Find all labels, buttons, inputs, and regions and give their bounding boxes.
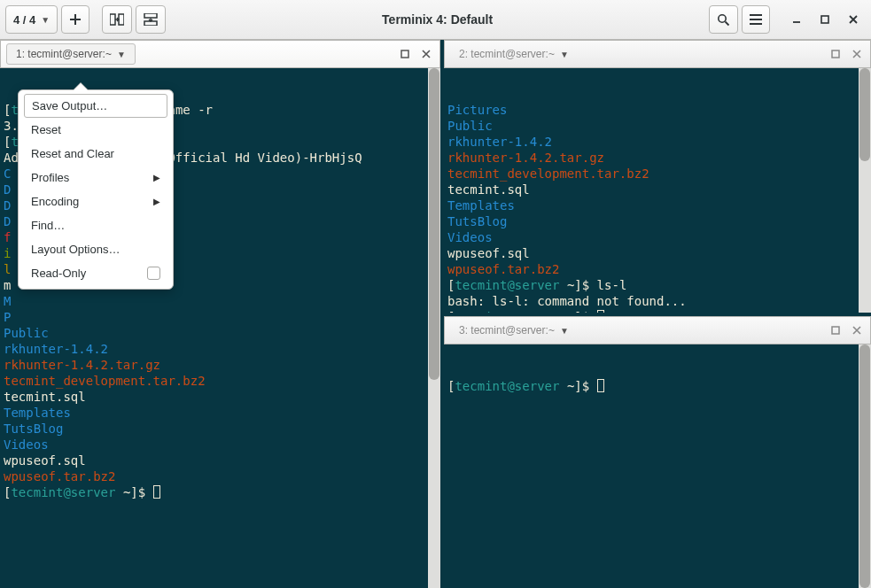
- pane-right-top-tab-label: 2: tecmint@server:~: [459, 48, 555, 60]
- terminal-context-menu: Save Output… Reset Reset and Clear Profi…: [18, 89, 174, 290]
- scrollbar-thumb[interactable]: [859, 68, 870, 161]
- pane-right-bottom: 3: tecmint@server:~ ▼ [tecmint@server ~]…: [444, 316, 871, 588]
- svg-rect-7: [832, 50, 839, 58]
- menu-reset-label: Reset: [31, 123, 61, 136]
- titlebar: 4 / 4 ▼ Terminix 4: Default: [0, 0, 871, 40]
- pane-right-top-close-icon[interactable]: [849, 46, 865, 62]
- chevron-down-icon: ▼: [560, 50, 569, 59]
- menu-find-label: Find…: [31, 219, 65, 232]
- menu-read-only[interactable]: Read-Only: [19, 261, 173, 285]
- terminal-right-bottom[interactable]: [tecmint@server ~]$: [444, 344, 871, 588]
- window-title: Terminix 4: Default: [169, 12, 705, 27]
- checkbox-icon[interactable]: [147, 267, 160, 280]
- svg-rect-6: [401, 50, 408, 58]
- add-tab-button[interactable]: [61, 5, 89, 34]
- menu-readonly-label: Read-Only: [31, 267, 86, 280]
- chevron-down-icon: ▼: [41, 15, 50, 25]
- svg-rect-2: [144, 13, 157, 18]
- menu-profiles[interactable]: Profiles ▶: [19, 166, 173, 190]
- menu-profiles-label: Profiles: [31, 171, 69, 184]
- pane-right-top: 2: tecmint@server:~ ▼ Pictures Public rk…: [444, 40, 871, 313]
- pane-left-tab-label: 1: tecmint@server:~: [16, 48, 112, 60]
- split-down-button[interactable]: [136, 5, 166, 34]
- chevron-right-icon: ▶: [153, 173, 160, 182]
- pane-right-bottom-close-icon[interactable]: [849, 322, 865, 338]
- chevron-down-icon: ▼: [560, 326, 569, 336]
- terminal-right-top-content: Pictures Public rkhunter-1.4.2 rkhunter-…: [447, 102, 867, 313]
- scrollbar-thumb[interactable]: [429, 68, 439, 380]
- svg-point-4: [719, 14, 726, 21]
- tab-counter-text: 4 / 4: [13, 13, 35, 27]
- terminal-right-top[interactable]: Pictures Public rkhunter-1.4.2 rkhunter-…: [444, 68, 871, 313]
- menu-reset[interactable]: Reset: [19, 118, 173, 142]
- search-button[interactable]: [709, 5, 738, 34]
- menu-layout-label: Layout Options…: [31, 243, 120, 256]
- tab-counter-dropdown[interactable]: 4 / 4 ▼: [5, 5, 58, 34]
- scrollbar-thumb[interactable]: [859, 344, 870, 588]
- pane-right-top-maximize-icon[interactable]: [828, 46, 844, 62]
- scrollbar[interactable]: [428, 68, 440, 588]
- scrollbar[interactable]: [859, 344, 871, 588]
- menu-save-output-label: Save Output…: [32, 99, 107, 112]
- minimize-button[interactable]: [784, 7, 809, 32]
- menu-find[interactable]: Find…: [19, 213, 173, 237]
- pane-right-top-header: 2: tecmint@server:~ ▼: [444, 40, 871, 68]
- maximize-button[interactable]: [813, 7, 837, 32]
- pane-right-bottom-tab-label: 3: tecmint@server:~: [459, 324, 555, 337]
- split-right-button[interactable]: [102, 5, 132, 34]
- menu-reset-clear-label: Reset and Clear: [31, 147, 114, 160]
- menu-button[interactable]: [742, 5, 770, 34]
- pane-left-tab[interactable]: 1: tecmint@server:~ ▼: [6, 43, 136, 65]
- menu-encoding-label: Encoding: [31, 195, 79, 208]
- close-button[interactable]: [841, 7, 866, 32]
- terminal-right-bottom-content: [tecmint@server ~]$: [447, 378, 867, 394]
- pane-right-top-tab[interactable]: 2: tecmint@server:~ ▼: [450, 44, 578, 64]
- menu-reset-clear[interactable]: Reset and Clear: [19, 142, 173, 166]
- column-right: 2: tecmint@server:~ ▼ Pictures Public rk…: [444, 40, 871, 588]
- chevron-down-icon: ▼: [117, 50, 126, 59]
- svg-rect-5: [821, 16, 828, 23]
- chevron-right-icon: ▶: [153, 197, 160, 206]
- pane-left-header: 1: tecmint@server:~ ▼: [0, 40, 440, 68]
- menu-encoding[interactable]: Encoding ▶: [19, 190, 173, 213]
- pane-left-maximize-icon[interactable]: [397, 46, 413, 62]
- scrollbar[interactable]: [859, 68, 871, 313]
- menu-layout-options[interactable]: Layout Options…: [19, 237, 173, 261]
- svg-rect-0: [110, 14, 115, 25]
- pane-right-bottom-header: 3: tecmint@server:~ ▼: [444, 316, 871, 344]
- pane-right-bottom-maximize-icon[interactable]: [828, 322, 844, 338]
- pane-right-bottom-tab[interactable]: 3: tecmint@server:~ ▼: [450, 321, 578, 340]
- menu-save-output[interactable]: Save Output…: [24, 94, 167, 118]
- pane-left-close-icon[interactable]: [418, 46, 434, 62]
- svg-rect-8: [832, 327, 839, 334]
